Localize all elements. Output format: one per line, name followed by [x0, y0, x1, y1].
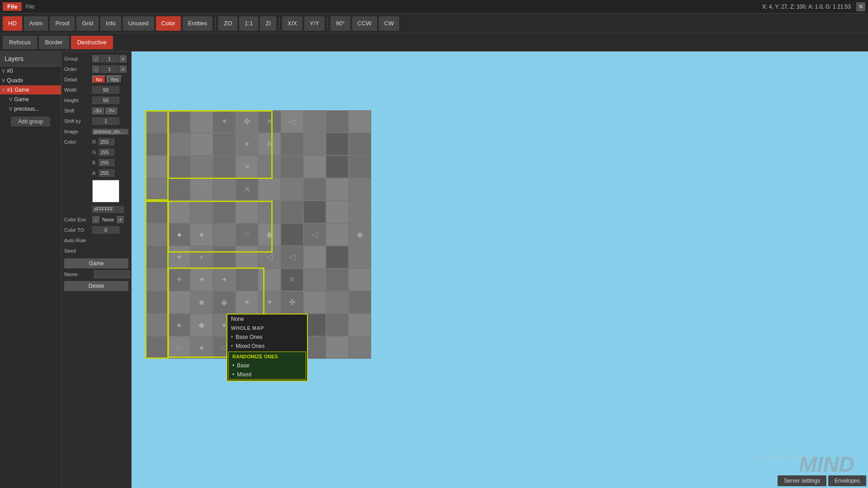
- game-button[interactable]: Game: [64, 258, 128, 268]
- color-a-input[interactable]: [99, 169, 114, 177]
- tool-color[interactable]: Color: [156, 16, 181, 31]
- canvas-area[interactable]: ✦ ✤ ✕ ◁ ✦ ✕: [132, 52, 868, 488]
- hex-input[interactable]: [92, 206, 124, 213]
- tool-cw[interactable]: CW: [379, 16, 400, 31]
- dropdown-base[interactable]: • Base: [229, 361, 306, 370]
- color-row: Color R: [64, 137, 128, 146]
- group-dec[interactable]: -: [92, 55, 99, 62]
- tile-5-7: [281, 201, 303, 223]
- tool-info[interactable]: Info: [100, 16, 121, 31]
- color-env-dec[interactable]: -: [92, 216, 99, 223]
- file-menu[interactable]: File: [3, 2, 22, 11]
- tool-anim[interactable]: Anim: [24, 16, 48, 31]
- dropdown-mixed-ones[interactable]: • Mixed Ones: [227, 342, 307, 351]
- color-g-input[interactable]: [99, 149, 114, 156]
- tool-1-1[interactable]: 1:1: [239, 16, 258, 31]
- tool-yy[interactable]: Y/Y: [304, 16, 325, 31]
- tool-grid[interactable]: Grid: [76, 16, 99, 31]
- tool-zo[interactable]: ZO: [218, 16, 237, 31]
- group-inc[interactable]: +: [119, 55, 127, 62]
- tool-proof[interactable]: Proof: [50, 16, 75, 31]
- color-env-inc[interactable]: +: [117, 216, 124, 223]
- color-to-input[interactable]: [92, 226, 119, 234]
- tool-entities[interactable]: Entities: [183, 16, 213, 31]
- order-dec[interactable]: -: [92, 66, 99, 73]
- tile-3-3: [190, 155, 213, 178]
- order-label: Order: [64, 66, 92, 72]
- tool-hd[interactable]: HD: [3, 16, 22, 31]
- height-input[interactable]: [92, 97, 119, 104]
- layer-item-0[interactable]: V #0: [0, 66, 61, 76]
- tile-5-4: [213, 201, 236, 223]
- layer-item-quads[interactable]: V Quads: [0, 76, 61, 85]
- layer-vis-game[interactable]: V: [9, 97, 12, 102]
- add-group-button[interactable]: Add group: [11, 117, 50, 127]
- tile-3-10: [349, 155, 371, 178]
- name-label: Name:: [64, 272, 92, 277]
- dropdown-base-label: Base: [237, 362, 249, 369]
- file-label: File:: [25, 4, 36, 10]
- tool-refocus[interactable]: Refocus: [3, 36, 37, 49]
- order-inc[interactable]: +: [119, 66, 127, 73]
- tile-7-5: [236, 246, 258, 268]
- tile-1-5: ✤: [236, 110, 258, 133]
- close-button[interactable]: ✕: [856, 2, 865, 11]
- tool-ccw[interactable]: CCW: [352, 16, 377, 31]
- dropdown-none[interactable]: None: [227, 314, 307, 324]
- tile-1-9: [326, 110, 349, 133]
- tile-6-8: ◁: [303, 223, 326, 246]
- server-settings-button[interactable]: Server settings: [778, 475, 826, 486]
- tile-8-10: [349, 268, 371, 291]
- dropdown-mixed[interactable]: • Mixed: [229, 370, 306, 379]
- shift-x-btn[interactable]: -X+: [92, 108, 104, 114]
- detail-no-btn[interactable]: No: [92, 75, 106, 84]
- layer-item-1-game[interactable]: V #1 Game: [0, 85, 61, 95]
- width-label: Width: [64, 87, 92, 93]
- tile-9-1: [145, 291, 168, 314]
- layer-vis-0[interactable]: V: [2, 68, 5, 74]
- tool-border[interactable]: Border: [39, 36, 69, 49]
- color-swatch[interactable]: [92, 180, 119, 202]
- tile-5-5: [236, 201, 258, 223]
- order-input[interactable]: [100, 66, 118, 73]
- dropdown-selected-section: RANDOMIZE ONES • Base • Mixed: [228, 352, 306, 380]
- shift-label: Shift: [64, 108, 92, 113]
- shift-by-input[interactable]: [92, 117, 119, 125]
- order-row: Order - +: [64, 65, 128, 74]
- tile-6-5: ⬭: [236, 223, 258, 246]
- delete-button[interactable]: Delete: [64, 281, 128, 291]
- layer-item-game[interactable]: V Game: [0, 95, 61, 104]
- layer-item-precious[interactable]: V precious...: [0, 104, 61, 114]
- layers-tab[interactable]: Layers: [0, 52, 61, 66]
- layer-vis-1-game[interactable]: V: [2, 87, 5, 93]
- tile-4-10: [349, 178, 371, 201]
- layer-vis-precious[interactable]: V: [9, 106, 12, 112]
- tool-destructive[interactable]: Destructive: [71, 36, 113, 49]
- dropdown-base-ones[interactable]: • Base Ones: [227, 333, 307, 342]
- name-input[interactable]: [94, 270, 130, 278]
- color-r-input[interactable]: [99, 138, 114, 145]
- tool-xx[interactable]: X/X: [282, 16, 302, 31]
- width-input[interactable]: [92, 86, 119, 94]
- layer-vis-quads[interactable]: V: [2, 78, 5, 83]
- color-r-ctrl: R: [92, 138, 114, 145]
- color-b-input[interactable]: [99, 159, 114, 166]
- tile-5-10: [349, 201, 371, 223]
- tool-zi[interactable]: ZI: [260, 16, 276, 31]
- tool-unused[interactable]: Unused: [123, 16, 154, 31]
- detail-yes-btn[interactable]: Yes: [107, 75, 122, 84]
- tile-1-8: [303, 110, 326, 133]
- tile-2-1: [145, 133, 168, 155]
- envelopes-button[interactable]: Envelopes: [828, 475, 866, 486]
- auto-rule-dropdown[interactable]: None WHOLE MAP • Base Ones • Mixed Ones …: [226, 314, 308, 381]
- group-input[interactable]: [100, 55, 118, 62]
- tile-1-2: [168, 110, 190, 133]
- order-control: - +: [92, 66, 127, 73]
- tile-2-2: [168, 133, 190, 155]
- tile-2-5: ✦: [236, 133, 258, 155]
- tool-90[interactable]: 90°: [330, 16, 350, 31]
- group-label: Group: [64, 56, 92, 61]
- tile-8-1: [145, 268, 168, 291]
- shift-by-label: Shift by: [64, 118, 92, 124]
- shift-y-btn[interactable]: -Y+: [105, 108, 117, 114]
